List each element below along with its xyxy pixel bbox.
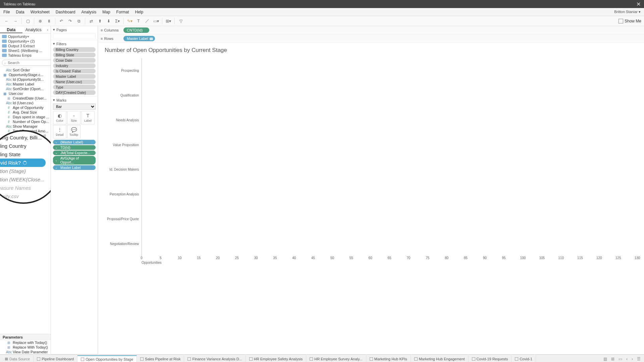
- sheet-tab[interactable]: Pipeline Dashboard: [34, 355, 77, 362]
- mark-pill[interactable]: ◦Master Label: [53, 165, 96, 170]
- mark-pill[interactable]: ◦TD(Id): [53, 145, 96, 150]
- columns-pill[interactable]: CNTD(Id): [123, 27, 149, 33]
- present-icon[interactable]: ▽: [177, 17, 185, 25]
- filter-pill[interactable]: Name (User.csv): [53, 79, 96, 84]
- menu-worksheet[interactable]: Worksheet: [31, 10, 50, 14]
- new-datasource-icon[interactable]: ⊕: [36, 17, 44, 25]
- field-item[interactable]: ⊞CreatedDate (User...: [0, 96, 51, 101]
- new-dashboard-icon[interactable]: ⊞: [609, 357, 616, 361]
- filter-pill[interactable]: DAY(Created Date): [53, 90, 96, 95]
- filter-pill[interactable]: Is Closed: False: [53, 69, 96, 73]
- measure-item[interactable]: #Avg. Deal Size: [0, 110, 51, 115]
- menu-dashboard[interactable]: Dashboard: [56, 10, 75, 14]
- sheet-tab[interactable]: Finance Variance Analysis D...: [184, 355, 246, 362]
- filter-pill[interactable]: Type: [53, 85, 96, 89]
- totals-icon[interactable]: Σ▾: [113, 17, 121, 25]
- sheet-tab[interactable]: Covid-1: [512, 355, 536, 362]
- mark-type-select[interactable]: Bar: [53, 104, 96, 110]
- menu-map[interactable]: Map: [102, 10, 110, 14]
- mark-color-button[interactable]: ◐Color: [53, 111, 66, 124]
- field-item[interactable]: AbcSortOrder (Oport...: [0, 86, 51, 91]
- filters-card-header[interactable]: ▾Filters: [53, 42, 96, 46]
- sheet-tab[interactable]: Open Opportunities by Stage: [77, 355, 137, 362]
- data-source-tab[interactable]: ▦ Data Source: [1, 355, 34, 362]
- parameter-item[interactable]: AbcView Date Parameter: [0, 350, 51, 354]
- sheet-tab[interactable]: Marketing Hub KPIs: [366, 355, 411, 362]
- sheet-tab[interactable]: Covid-19 Requests: [469, 355, 512, 362]
- x-tick: 110: [558, 256, 564, 260]
- datasource-item[interactable]: Opportunity+: [0, 34, 51, 39]
- pages-card-header[interactable]: ▾Pages: [53, 27, 96, 32]
- forward-icon[interactable]: →: [11, 17, 19, 25]
- tabs-prev-icon[interactable]: ‹: [624, 357, 630, 361]
- sheet-tab[interactable]: Sales Pipeline at Risk: [137, 355, 184, 362]
- menu-data[interactable]: Data: [16, 10, 24, 14]
- field-item[interactable]: ▦User.csv: [0, 91, 51, 96]
- y-axis-label: Perception Analysis: [105, 182, 142, 207]
- mark-label-button[interactable]: TLabel: [81, 111, 95, 124]
- sheet-tab[interactable]: Marketing Hub Engagement: [411, 355, 469, 362]
- mark-detail-button[interactable]: ⋮Detail: [53, 125, 66, 138]
- collapse-icon[interactable]: ‹: [45, 26, 51, 33]
- sort-asc-icon[interactable]: ⬆: [96, 17, 104, 25]
- filter-pill[interactable]: Billing Country: [53, 47, 96, 52]
- field-item[interactable]: AbcId (User.csv): [0, 101, 51, 105]
- fit-icon[interactable]: ⊞▾: [164, 17, 172, 25]
- filter-pill[interactable]: Cose Date: [53, 58, 96, 63]
- tabs-list-icon[interactable]: ☰: [635, 357, 643, 361]
- filter-pill[interactable]: Billing State: [53, 53, 96, 57]
- rows-pill[interactable]: Master Label: [123, 36, 155, 41]
- datasource-icon: [2, 44, 7, 48]
- parameter-item[interactable]: ⊞Replace with Today(): [0, 340, 51, 345]
- measure-item[interactable]: #Days spent in stage ...: [0, 115, 51, 119]
- menu-analysis[interactable]: Analysis: [82, 10, 97, 14]
- datasource-item[interactable]: Output 3 Extract: [0, 44, 51, 48]
- menu-format[interactable]: Format: [116, 10, 129, 14]
- mark-pill[interactable]: ◦(Master Label): [53, 140, 96, 144]
- redo-icon[interactable]: ↷: [66, 17, 74, 25]
- field-item[interactable]: AbcSort Order: [0, 68, 51, 72]
- sheet-tab[interactable]: HR Employee Survey Analy...: [306, 355, 366, 362]
- sheet-tab[interactable]: HR Employee Safety Analysis: [246, 355, 307, 362]
- back-icon[interactable]: ←: [3, 17, 11, 25]
- search-input[interactable]: [2, 60, 51, 66]
- text-icon[interactable]: T: [135, 17, 143, 25]
- new-story-icon[interactable]: ▭: [616, 357, 624, 361]
- line-icon[interactable]: ／: [143, 17, 151, 25]
- highlight-icon[interactable]: ✎▾: [126, 17, 134, 25]
- menu-file[interactable]: File: [3, 10, 10, 14]
- marks-card-header[interactable]: ▾Marks: [53, 98, 96, 102]
- filter-pill[interactable]: Master Label: [53, 74, 96, 79]
- field-item[interactable]: AbcId (OpportunitySt...: [0, 77, 51, 82]
- new-sheet-icon[interactable]: ▥: [601, 357, 609, 361]
- container-icon[interactable]: ▭▾: [152, 17, 160, 25]
- duplicate-icon[interactable]: ⧉: [75, 17, 83, 25]
- parameter-item[interactable]: ⊞Replace With Today(): [0, 345, 51, 350]
- save-icon[interactable]: ▢: [24, 17, 32, 25]
- datasource-item[interactable]: Opportunity+ (2): [0, 39, 51, 44]
- mark-size-button[interactable]: ◦Size: [67, 111, 80, 124]
- cards-panel: ▾Pages ▾Filters Billing CountryBilling S…: [51, 26, 98, 354]
- menu-help[interactable]: Help: [135, 10, 144, 14]
- field-item[interactable]: ▦OpportunityStage.c...: [0, 72, 51, 77]
- measure-item[interactable]: #Age of Opportunity: [0, 105, 51, 110]
- mark-pill[interactable]: ◦AVG(Age of Opport...: [53, 156, 96, 165]
- pause-icon[interactable]: ⏸: [45, 17, 53, 25]
- user-menu[interactable]: Britton Staniar ▾: [614, 10, 641, 14]
- field-item[interactable]: AbcMaster Label: [0, 82, 51, 86]
- undo-icon[interactable]: ↶: [57, 17, 65, 25]
- measure-item[interactable]: #Number of Open Op...: [0, 119, 51, 124]
- tabs-next-icon[interactable]: ›: [630, 357, 635, 361]
- measure-item[interactable]: AbcShow Manager: [0, 124, 51, 129]
- datasource-item[interactable]: Sheet1 (Wellbeing ...: [0, 48, 51, 53]
- tab-data[interactable]: Data: [0, 26, 22, 33]
- show-me-button[interactable]: Show Me: [619, 19, 641, 23]
- mark-tooltip-button[interactable]: 💬Tooltip: [67, 125, 80, 138]
- tab-analytics[interactable]: Analytics: [22, 26, 45, 33]
- close-icon[interactable]: ✕: [636, 1, 641, 7]
- datasource-item[interactable]: Tableau Emps: [0, 53, 51, 58]
- mark-pill[interactable]: ◦JM(Total Expecte...: [53, 150, 96, 155]
- swap-icon[interactable]: ⇄: [87, 17, 95, 25]
- filter-pill[interactable]: Industry: [53, 63, 96, 68]
- sort-desc-icon[interactable]: ⬇: [105, 17, 113, 25]
